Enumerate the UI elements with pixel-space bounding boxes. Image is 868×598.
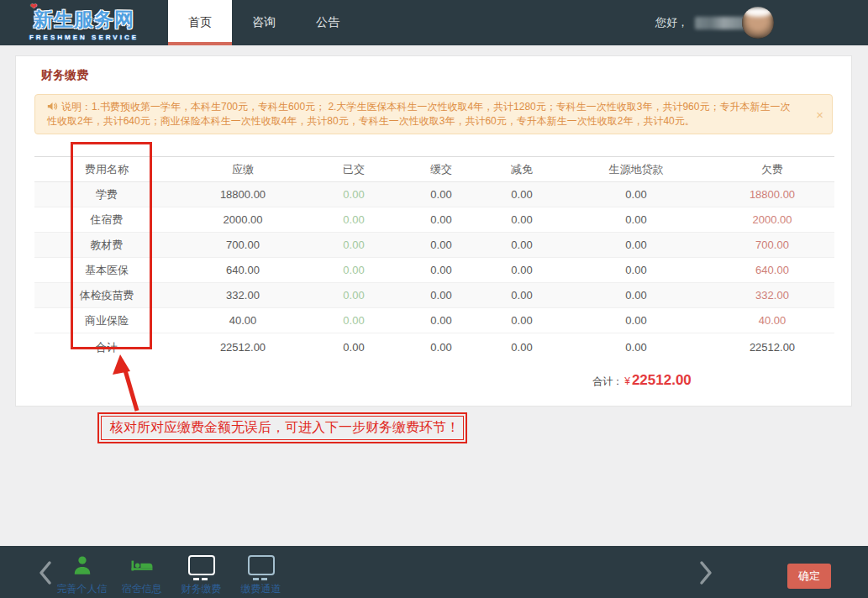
column-header: 减免 [481, 157, 562, 182]
speaker-icon [47, 101, 58, 112]
grand-total-label: 合计： [592, 375, 623, 387]
fee-owed: 2000.00 [710, 207, 834, 233]
table-row: 基本医保 640.00 0.00 0.00 0.00 0.00 640.00 [34, 258, 834, 283]
site-logo[interactable]: ❤ 新生服务网 FRESHMEN SERVICE [0, 0, 168, 45]
total-loan: 0.00 [562, 333, 710, 362]
currency-symbol: ¥ [624, 375, 630, 387]
step-personal-info[interactable]: 完善个人信 [52, 553, 112, 596]
bottom-step-bar: 完善个人信 宿舍信息 财务缴费 缴费通道 [0, 546, 868, 598]
tab-home[interactable]: 首页 [168, 0, 232, 45]
fee-loan: 0.00 [562, 308, 710, 333]
user-area: 您好， [655, 0, 868, 45]
fee-waived: 0.00 [481, 233, 562, 258]
fee-due: 332.00 [179, 283, 307, 308]
greeting-text: 您好， [655, 15, 688, 30]
table-total-row: 合计 22512.00 0.00 0.00 0.00 0.00 22512.00 [34, 333, 834, 362]
fee-deferred: 0.00 [401, 258, 481, 283]
fee-owed: 700.00 [710, 233, 834, 258]
fee-deferred: 0.00 [401, 283, 481, 308]
fee-name: 住宿费 [34, 207, 179, 233]
fee-paid: 0.00 [307, 308, 401, 333]
fees-table: 费用名称 应缴 已交 缓交 减免 生源地贷款 欠费 学费 18800.00 0.… [34, 156, 834, 362]
fee-due: 40.00 [179, 308, 307, 333]
credit-card-icon [188, 553, 215, 578]
fee-name: 基本医保 [34, 258, 179, 283]
step-finance-payment[interactable]: 财务缴费 [171, 553, 231, 596]
total-paid: 0.00 [307, 333, 401, 362]
fee-waived: 0.00 [481, 207, 562, 233]
total-deferred: 0.00 [401, 333, 481, 362]
user-name-redacted [695, 17, 747, 29]
column-header: 费用名称 [34, 157, 179, 182]
site-logo-subtitle: FRESHMEN SERVICE [29, 34, 139, 41]
fee-due: 640.00 [179, 258, 307, 283]
page-title: 财务缴费 [41, 68, 851, 83]
annotation-note: 核对所对应缴费金额无误后，可进入下一步财务缴费环节！ [97, 412, 467, 443]
fee-name: 学费 [34, 182, 179, 207]
site-logo-title: ❤ 新生服务网 [34, 7, 134, 33]
fee-waived: 0.00 [481, 182, 562, 207]
fee-paid: 0.00 [307, 233, 401, 258]
table-row: 教材费 700.00 0.00 0.00 0.00 0.00 700.00 [34, 233, 834, 258]
fee-deferred: 0.00 [401, 233, 481, 258]
column-header: 应缴 [179, 157, 307, 182]
fee-paid: 0.00 [307, 258, 401, 283]
fee-paid: 0.00 [307, 283, 401, 308]
total-due: 22512.00 [179, 333, 307, 362]
column-header: 生源地贷款 [562, 157, 710, 182]
fee-name: 教材费 [34, 233, 179, 258]
table-row: 住宿费 2000.00 0.00 0.00 0.00 0.00 2000.00 [34, 207, 834, 233]
table-row: 商业保险 40.00 0.00 0.00 0.00 0.00 40.00 [34, 308, 834, 333]
table-row: 体检疫苗费 332.00 0.00 0.00 0.00 0.00 332.00 [34, 283, 834, 308]
step-dorm-info[interactable]: 宿舍信息 [112, 553, 171, 596]
fee-loan: 0.00 [562, 283, 710, 308]
column-header: 已交 [307, 157, 401, 182]
screen: ❤ 新生服务网 FRESHMEN SERVICE 首页 咨询 公告 您好， 财务… [0, 0, 868, 598]
grand-total-amount: 22512.00 [632, 372, 692, 388]
notice-text: 说明：1.书费预收第一学年，本科生700元，专科生600元； 2.大学生医保本科… [47, 101, 790, 127]
step-label: 宿舍信息 [122, 582, 162, 596]
nav-tabs: 首页 咨询 公告 [168, 0, 360, 45]
chevron-left-icon[interactable] [37, 559, 54, 586]
finance-payment-panel: 财务缴费 说明：1.书费预收第一学年，本科生700元，专科生600元； 2.大学… [15, 55, 852, 407]
total-label: 合计 [34, 333, 179, 362]
tab-announcements[interactable]: 公告 [296, 0, 360, 45]
confirm-button[interactable]: 确定 [787, 564, 831, 589]
fee-due: 2000.00 [179, 207, 307, 233]
column-header: 欠费 [710, 157, 834, 182]
fee-loan: 0.00 [562, 258, 710, 283]
step-payment-channel[interactable]: 缴费通道 [231, 553, 291, 596]
fee-owed: 18800.00 [710, 182, 834, 207]
fee-loan: 0.00 [562, 182, 710, 207]
step-label: 缴费通道 [241, 582, 281, 596]
fee-name: 商业保险 [34, 308, 179, 333]
fee-loan: 0.00 [562, 233, 710, 258]
fee-deferred: 0.00 [401, 207, 481, 233]
annotation-note-text: 核对所对应缴费金额无误后，可进入下一步财务缴费环节！ [101, 416, 464, 440]
person-icon [71, 553, 93, 578]
table-header-row: 费用名称 应缴 已交 缓交 减免 生源地贷款 欠费 [34, 157, 834, 182]
fee-owed: 332.00 [710, 283, 834, 308]
top-navbar: ❤ 新生服务网 FRESHMEN SERVICE 首页 咨询 公告 您好， [0, 0, 868, 45]
fee-owed: 40.00 [710, 308, 834, 333]
fee-paid: 0.00 [307, 182, 401, 207]
heart-icon: ❤ [30, 2, 38, 11]
fee-due: 700.00 [179, 233, 307, 258]
fee-waived: 0.00 [481, 283, 562, 308]
grand-total: 合计：¥22512.00 [562, 372, 722, 389]
avatar[interactable] [742, 7, 774, 39]
close-icon[interactable]: × [816, 108, 823, 121]
column-header: 缓交 [401, 157, 481, 182]
fee-name: 体检疫苗费 [34, 283, 179, 308]
bed-icon [129, 553, 155, 578]
fee-owed: 640.00 [710, 258, 834, 283]
step-list: 完善个人信 宿舍信息 财务缴费 缴费通道 [52, 553, 291, 596]
notice-banner: 说明：1.书费预收第一学年，本科生700元，专科生600元； 2.大学生医保本科… [34, 94, 833, 134]
fee-deferred: 0.00 [401, 182, 481, 207]
total-waived: 0.00 [481, 333, 562, 362]
step-label: 完善个人信 [57, 582, 108, 596]
chevron-right-icon[interactable] [697, 559, 714, 586]
fee-waived: 0.00 [481, 308, 562, 333]
fee-deferred: 0.00 [401, 308, 481, 333]
tab-consult[interactable]: 咨询 [232, 0, 296, 45]
